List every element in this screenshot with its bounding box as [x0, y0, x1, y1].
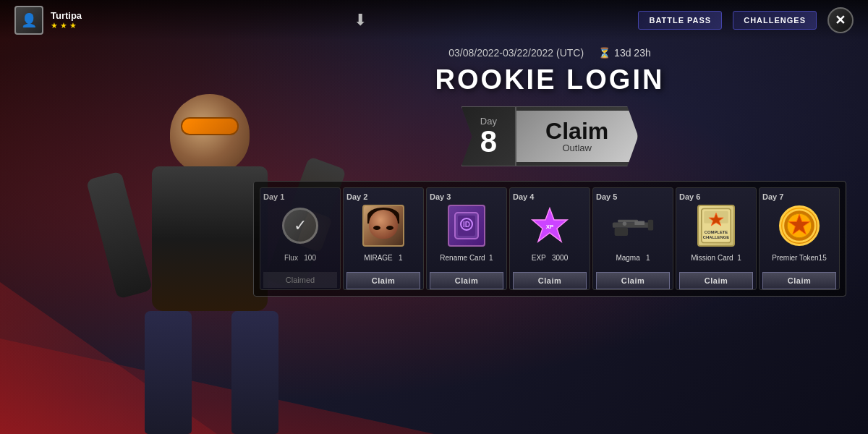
- page-title: ROOKIE LOGIN: [435, 64, 665, 95]
- face-skin: [369, 210, 398, 239]
- day-card-5-label: Day 5: [596, 192, 617, 201]
- top-left: 👤 Turtipa ★ ★ ★: [14, 6, 82, 35]
- char-leg-left: [145, 311, 192, 434]
- timer-icon: ⏳: [598, 47, 610, 59]
- token-icon: [779, 205, 820, 246]
- day-card-2-icon: [362, 204, 405, 247]
- challenges-button[interactable]: CHALLENGES: [733, 11, 817, 30]
- claimed-label-1: Claimed: [263, 272, 337, 288]
- days-grid: Day 1 ✓ Flux 100 Claimed Day 2: [253, 181, 846, 297]
- token-svg: [781, 206, 817, 245]
- day-card-7-item: Premier Token15: [772, 250, 826, 266]
- day-card-5-bottom: Claim: [596, 272, 670, 289]
- claim-btn-7[interactable]: Claim: [762, 272, 836, 289]
- mission-svg: COMPLETE CHALLENGE: [701, 205, 731, 247]
- day-card-7-bottom: Claim: [762, 272, 836, 289]
- svg-text:CHALLENGE: CHALLENGE: [703, 235, 730, 239]
- rename-svg: ID: [454, 211, 480, 240]
- download-icon: ⬇: [354, 11, 367, 30]
- day-card-3-label: Day 3: [430, 192, 451, 201]
- eye-right: [386, 226, 393, 230]
- timer-value: 13d 23h: [614, 47, 651, 59]
- svg-text:ID: ID: [463, 221, 470, 229]
- day-number-box: Day 8: [462, 107, 516, 166]
- exp-svg: XP: [529, 205, 570, 246]
- day-card-5-item: Magma 1: [616, 250, 650, 266]
- svg-text:COMPLETE: COMPLETE: [705, 230, 728, 234]
- day-card-6: Day 6 COMPLETE CHALLENGE Mission Card 1 …: [676, 187, 757, 290]
- day-card-1-bottom: Claimed: [263, 272, 337, 288]
- day-card-4-icon: XP: [528, 204, 571, 247]
- claim-btn-5[interactable]: Claim: [596, 272, 670, 289]
- day-card-2-item: MIRAGE 1: [364, 250, 402, 266]
- day-card-6-item: Mission Card 1: [691, 250, 741, 266]
- day-card-1-item: Flux 100: [284, 250, 316, 266]
- day-card-4: Day 4 XP EXP 3000 Claim: [509, 187, 590, 290]
- day-card-3-icon: ID: [445, 204, 488, 247]
- close-button[interactable]: ✕: [827, 7, 854, 33]
- top-center: ⬇: [354, 11, 367, 30]
- claim-banner[interactable]: Day 8 Claim Outlaw: [461, 106, 639, 166]
- claim-subtext: Outlaw: [562, 142, 591, 153]
- main-panel: 03/08/2022-03/22/2022 (UTC) ⏳ 13d 23h RO…: [253, 47, 846, 420]
- day-card-2-bottom: Claim: [346, 272, 420, 289]
- check-icon: ✓: [282, 208, 318, 244]
- day-card-6-label: Day 6: [679, 192, 700, 201]
- date-range: 03/08/2022-03/22/2022 (UTC): [448, 47, 584, 59]
- weapon-svg: [611, 213, 655, 239]
- day-card-3-item: Rename Card 1: [440, 250, 493, 266]
- day-card-1-icon: ✓: [278, 204, 322, 247]
- player-info: Turtipa ★ ★ ★: [51, 10, 82, 30]
- top-right: BATTLE PASS CHALLENGES ✕: [638, 7, 854, 33]
- player-rank: ★ ★ ★: [51, 21, 82, 30]
- claim-section: Claim Outlaw: [516, 111, 637, 162]
- rename-card-icon: ID: [448, 205, 485, 247]
- svg-rect-9: [615, 227, 628, 235]
- svg-point-10: [623, 221, 627, 226]
- timer: ⏳ 13d 23h: [598, 47, 651, 59]
- player-avatar: 👤: [14, 6, 43, 35]
- day-card-7-label: Day 7: [762, 192, 783, 201]
- eye-left: [373, 226, 380, 230]
- day-card-3: Day 3 ID Rename Card 1 Claim: [426, 187, 507, 290]
- face-render: [364, 206, 403, 245]
- mission-card-icon: COMPLETE CHALLENGE: [697, 205, 735, 247]
- exp-icon: XP: [529, 205, 570, 246]
- svg-text:XP: XP: [546, 224, 554, 230]
- top-bar: 👤 Turtipa ★ ★ ★ ⬇ BATTLE PASS CHALLENGES…: [0, 0, 868, 40]
- day-card-6-icon: COMPLETE CHALLENGE: [694, 204, 738, 247]
- claim-btn-3[interactable]: Claim: [430, 272, 503, 289]
- battle-pass-button[interactable]: BATTLE PASS: [638, 11, 722, 30]
- day-card-1: Day 1 ✓ Flux 100 Claimed: [260, 187, 341, 290]
- portrait-icon: [362, 205, 404, 247]
- player-name: Turtipa: [51, 10, 82, 21]
- day-number: 8: [480, 127, 497, 157]
- face-eyes: [373, 226, 393, 230]
- day-card-5-icon: [611, 204, 655, 247]
- claim-btn-2[interactable]: Claim: [346, 272, 420, 289]
- day-card-6-bottom: Claim: [679, 272, 753, 289]
- day-card-5: Day 5 Magma 1 Claim: [592, 187, 673, 290]
- day-card-4-bottom: Claim: [513, 272, 587, 289]
- day-card-1-label: Day 1: [263, 192, 284, 201]
- weapon-icon: [611, 211, 655, 240]
- char-goggles: [181, 117, 239, 135]
- claim-btn-6[interactable]: Claim: [679, 272, 753, 289]
- claim-btn-4[interactable]: Claim: [513, 272, 587, 289]
- day-card-2: Day 2 MIRAGE 1: [343, 187, 424, 290]
- claim-text: Claim: [545, 119, 608, 142]
- day-card-2-label: Day 2: [346, 192, 367, 201]
- day-card-4-item: EXP 3000: [532, 250, 568, 266]
- char-arm-left: [86, 171, 153, 299]
- svg-rect-7: [648, 219, 653, 230]
- day-card-7: Day 7 Premier Token15 Claim: [759, 187, 840, 290]
- date-timer: 03/08/2022-03/22/2022 (UTC) ⏳ 13d 23h: [448, 47, 650, 59]
- char-torso: [152, 166, 268, 311]
- day-card-3-bottom: Claim: [430, 272, 503, 289]
- day-card-7-icon: [778, 204, 821, 247]
- svg-rect-11: [634, 221, 644, 225]
- day-card-4-label: Day 4: [513, 192, 534, 201]
